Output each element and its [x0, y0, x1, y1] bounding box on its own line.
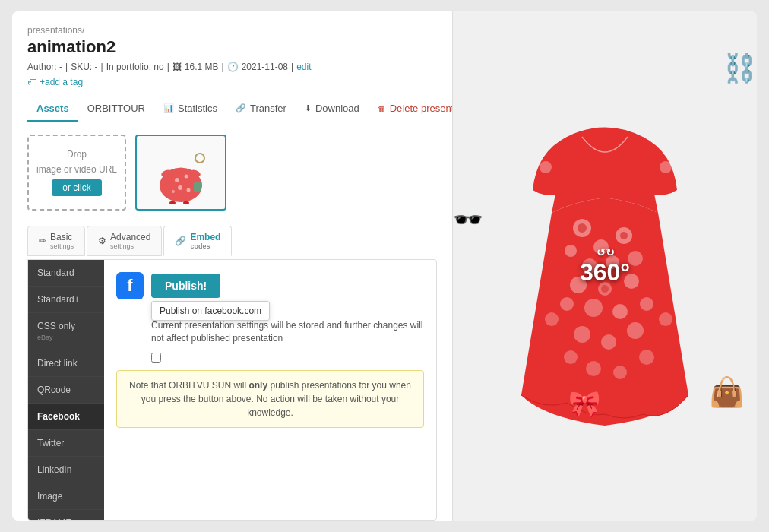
sidebar-item-twitter[interactable]: Twitter: [28, 430, 104, 457]
svg-point-3: [178, 185, 182, 190]
tabs-bar: Assets ORBITTOUR 📊 Statistics 🔗 Transfer…: [12, 97, 452, 122]
svg-point-22: [584, 299, 603, 317]
sidebar-item-qrcode[interactable]: QRcode: [28, 377, 104, 404]
svg-point-4: [172, 190, 175, 193]
tab-embed[interactable]: 🔗 Embed codes: [163, 226, 232, 256]
svg-point-24: [560, 297, 574, 311]
page-title: animation2: [27, 37, 437, 57]
svg-point-26: [574, 326, 590, 343]
settings-panel: Standard Standard+ CSS only eBay Direct …: [27, 259, 437, 521]
svg-point-28: [627, 322, 644, 339]
svg-point-27: [601, 334, 616, 350]
settings-tabs: ✏ Basic settings ⚙ Advanced settings 🔗: [27, 223, 437, 259]
link-icon: 🔗: [175, 236, 186, 246]
note-box: Note that ORBITVU SUN will only publish …: [116, 370, 424, 428]
sidebar-item-image[interactable]: Image: [28, 483, 104, 510]
publish-button[interactable]: Publish!: [151, 274, 220, 298]
tab-basic[interactable]: ✏ Basic settings: [27, 226, 85, 256]
svg-point-5: [187, 188, 191, 192]
svg-point-36: [620, 232, 628, 239]
ribbon-decoration: 🎀: [568, 388, 600, 419]
perma-description: Current presentation settings will be st…: [151, 319, 424, 345]
sidebar-item-css-only[interactable]: CSS only eBay: [28, 313, 104, 350]
svg-rect-9: [183, 201, 189, 204]
tag-icon: 🏷: [27, 77, 36, 87]
svg-point-31: [586, 361, 601, 376]
tab-advanced[interactable]: ⚙ Advanced settings: [87, 226, 162, 256]
author-label: Author: -: [27, 62, 62, 72]
add-tag-link[interactable]: +add a tag: [40, 77, 83, 87]
or-click-button[interactable]: or click: [52, 179, 101, 196]
svg-point-25: [640, 297, 653, 311]
size-label: 16.1 MB: [185, 62, 219, 72]
checkbox-row: [151, 353, 424, 363]
sunglasses-decoration: 🕶️: [453, 205, 483, 234]
sidebar-item-standard[interactable]: Standard: [28, 260, 104, 287]
publish-tooltip: Publish on facebook.com: [151, 301, 270, 321]
sku-label: SKU: -: [71, 62, 97, 72]
drop-label-1: Drop: [67, 149, 87, 160]
tab-transfer[interactable]: 🔗 Transfer: [226, 97, 296, 122]
right-panel: ↺ ↻ 360° 🕶️ ⛓️ 🎀 👜: [453, 11, 757, 521]
download-icon: ⬇: [305, 103, 312, 113]
embed-content: f Publish! Publish on facebook.com Perma…: [104, 260, 436, 520]
breadcrumb: presentations/: [27, 25, 437, 36]
asset-thumbnail[interactable]: [135, 135, 226, 211]
bag-decoration: 👜: [709, 375, 745, 409]
sidebar-item-linkedin[interactable]: LinkedIn: [28, 457, 104, 483]
svg-point-32: [613, 366, 627, 379]
sidebar-item-facebook[interactable]: Facebook: [28, 404, 104, 430]
sidebar-item-standard-plus[interactable]: Standard+: [28, 287, 104, 313]
product-image-area: ↺ ↻ 360° 🕶️ ⛓️ 🎀 👜: [453, 11, 757, 521]
necklace-decoration: ⛓️: [723, 52, 757, 84]
svg-point-17: [565, 245, 577, 257]
sidebar-menu: Standard Standard+ CSS only eBay Direct …: [28, 260, 104, 520]
svg-rect-10: [194, 182, 201, 192]
pencil-icon: ✏: [39, 236, 46, 246]
svg-point-23: [612, 304, 628, 319]
svg-point-11: [195, 154, 204, 163]
tag-row: 🏷 +add a tag: [27, 77, 437, 87]
svg-point-37: [601, 285, 609, 293]
meta-row: Author: - | SKU: - | In portfolio: no | …: [27, 62, 437, 72]
assets-row: Drop image or video URL or click: [27, 122, 437, 223]
sidebar-item-iframe[interactable]: IFRAME: [28, 510, 104, 521]
badge-360: ↺ ↻ 360°: [580, 246, 630, 287]
statistics-icon: 📊: [163, 103, 174, 113]
date-label: 2021-11-08: [242, 62, 288, 72]
delete-icon: 🗑: [378, 104, 386, 113]
svg-point-29: [659, 312, 672, 326]
svg-rect-8: [169, 201, 176, 204]
tab-delete[interactable]: 🗑 Delete presentation: [369, 97, 453, 122]
svg-point-1: [175, 178, 179, 182]
svg-point-38: [540, 161, 552, 173]
svg-point-35: [578, 223, 587, 233]
dress-thumbnail-svg: [147, 138, 215, 207]
portfolio-label: In portfolio: no: [106, 62, 164, 72]
transfer-icon: 🔗: [236, 103, 246, 113]
gear-icon: ⚙: [98, 236, 106, 246]
facebook-icon: f: [116, 272, 144, 299]
perma-checkbox[interactable]: [151, 353, 161, 363]
tab-statistics[interactable]: 📊 Statistics: [154, 97, 226, 122]
svg-point-39: [660, 161, 672, 173]
edit-link[interactable]: edit: [296, 62, 311, 72]
sidebar-item-direct-link[interactable]: Direct link: [28, 350, 104, 377]
svg-point-30: [545, 312, 559, 326]
svg-point-34: [564, 350, 578, 364]
tab-orbittour[interactable]: ORBITTOUR: [78, 97, 154, 122]
tab-assets[interactable]: Assets: [27, 97, 78, 122]
svg-point-2: [185, 175, 188, 179]
drop-zone[interactable]: Drop image or video URL or click: [27, 135, 126, 211]
drop-label-2: image or video URL: [36, 164, 117, 175]
svg-point-33: [639, 350, 654, 365]
tab-download[interactable]: ⬇ Download: [296, 97, 369, 122]
content-area: Drop image or video URL or click: [12, 122, 452, 521]
fb-publish-row: f Publish! Publish on facebook.com: [116, 272, 424, 299]
